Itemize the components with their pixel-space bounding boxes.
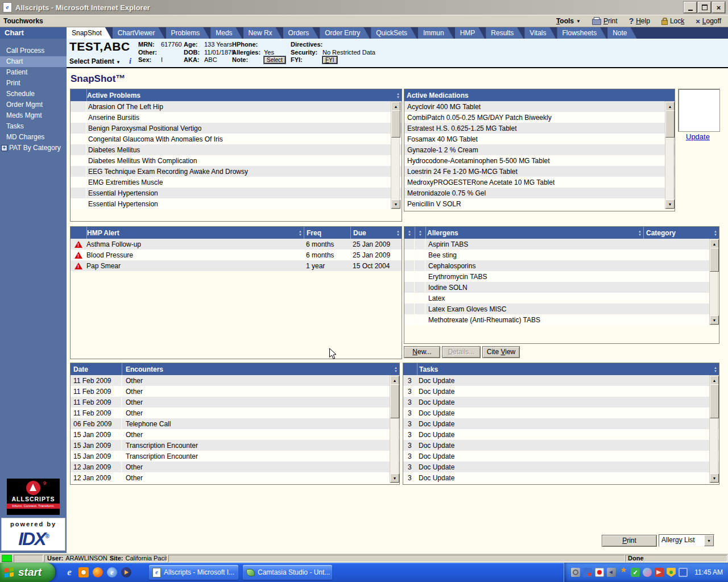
problem-row[interactable]: Anserine Bursitis <box>71 112 402 123</box>
allergen-row[interactable]: Latex <box>404 293 719 304</box>
task-row[interactable]: 3 Doc Update <box>403 462 719 472</box>
sidebar-item[interactable]: Order Mgmt <box>0 99 67 110</box>
lock-menu[interactable]: Lock <box>661 17 684 25</box>
sort-column-2[interactable] <box>415 227 425 239</box>
encounter-row[interactable]: 06 Feb 2009 Telephone Call <box>71 418 399 429</box>
problem-row[interactable]: Diabetes Mellitus With Complication <box>71 155 402 166</box>
taskbar-window-allscripts[interactable]: Allscripts - Microsoft I... <box>149 565 238 580</box>
allergen-row[interactable]: Methotrexate (Anti-Rheumatic) TABS <box>404 314 719 325</box>
tab[interactable]: Meds <box>210 27 242 39</box>
medication-row[interactable]: CombiPatch 0.05-0.25 MG/DAY Patch Biweek… <box>404 112 675 123</box>
taskbar-window-camtasia[interactable]: Camtasia Studio - Unt... <box>243 565 332 580</box>
tray-shield-check-icon[interactable] <box>631 568 640 577</box>
tasks-title[interactable]: Tasks <box>417 363 719 375</box>
cite-view-button[interactable]: Cite View <box>482 346 520 358</box>
update-link[interactable]: Update <box>686 132 710 141</box>
sidebar-item[interactable]: Chart <box>0 56 67 67</box>
scroll-up-button[interactable] <box>665 102 675 111</box>
dropdown-arrow-icon[interactable] <box>704 535 714 546</box>
print-menu[interactable]: Print <box>592 17 618 25</box>
problem-row[interactable]: Essential Hypertension <box>71 188 402 198</box>
minimize-button[interactable] <box>684 2 697 13</box>
task-row[interactable]: 3 Doc Update <box>403 386 719 397</box>
allergen-row[interactable]: Latex Exam Gloves MISC <box>404 304 719 314</box>
encounters-title[interactable]: Encounters <box>122 363 399 375</box>
task-row[interactable]: 3 Doc Update <box>403 418 719 429</box>
freq-column-header[interactable]: Freq <box>304 227 350 239</box>
medication-row[interactable]: Fosamax 40 MG Tablet <box>404 134 675 144</box>
problem-row[interactable]: Benign Paroxysmal Positional Vertigo <box>71 123 402 134</box>
allergens-title[interactable]: Allergens <box>425 227 643 239</box>
tab[interactable]: New Rx <box>243 27 282 39</box>
encounter-row[interactable]: 12 Jan 2009 Other <box>71 462 399 472</box>
medication-row[interactable]: Metronidazole 0.75 % Gel <box>404 188 675 198</box>
sidebar-item[interactable]: MD Charges <box>0 132 67 143</box>
tray-app-box-icon[interactable] <box>679 568 688 577</box>
allergen-row[interactable]: Erythromycin TABS <box>404 271 719 282</box>
clock-app-icon[interactable] <box>78 567 89 577</box>
problem-row[interactable]: EMG Extremities Muscle <box>71 177 402 188</box>
scroll-up-button[interactable] <box>710 239 719 248</box>
allergen-row[interactable]: Aspirin TABS <box>404 239 719 250</box>
tools-menu[interactable]: Tools ▼ <box>556 17 581 25</box>
sidebar-item[interactable]: Call Process <box>0 45 67 56</box>
media-player-icon[interactable] <box>121 567 131 577</box>
encounter-row[interactable]: 11 Feb 2009 Other <box>71 375 399 386</box>
encounter-row[interactable]: 15 Jan 2009 Transcription Encounter <box>71 440 399 451</box>
tray-shield-yellow-icon[interactable] <box>667 568 676 577</box>
encounter-row[interactable]: 11 Feb 2009 Other <box>71 397 399 408</box>
scrollbar[interactable] <box>390 375 399 483</box>
sort-icon[interactable] <box>299 230 302 236</box>
problem-row[interactable]: EEG Technique Exam Recording Awake And D… <box>71 166 402 177</box>
hmp-alert-row[interactable]: Blood Pressure 6 months 25 Jan 2009 <box>71 250 402 260</box>
sidebar-item[interactable]: Schedule <box>0 89 67 99</box>
category-column-header[interactable]: Category <box>643 227 719 239</box>
start-button[interactable]: start <box>0 563 55 582</box>
medication-row[interactable]: Gynazole-1 2 % Cream <box>404 144 675 155</box>
task-row[interactable]: 3 Doc Update <box>403 408 719 418</box>
task-row[interactable]: 3 Doc Update <box>403 375 719 386</box>
scroll-thumb[interactable] <box>710 248 719 272</box>
hmp-alert-title[interactable]: HMP Alert <box>86 227 304 239</box>
medication-row[interactable]: MedroxyPROGESTERone Acetate 10 MG Tablet <box>404 177 675 188</box>
tray-horn-icon[interactable] <box>655 568 664 577</box>
tab[interactable]: Note <box>607 27 636 39</box>
scroll-down-button[interactable] <box>710 315 719 325</box>
allergen-row[interactable]: Iodine SOLN <box>404 282 719 293</box>
task-row[interactable]: 3 Doc Update <box>403 440 719 451</box>
scrollbar[interactable] <box>709 239 718 325</box>
active-medications-title[interactable]: Active Medications <box>404 89 675 101</box>
scrollbar[interactable] <box>665 101 674 209</box>
encounter-row[interactable]: 15 Jan 2009 Transcription Encounter <box>71 451 399 462</box>
tray-speaker-icon[interactable] <box>607 568 616 577</box>
report-select[interactable]: Allergy List <box>659 534 714 547</box>
tab[interactable]: ChartViewer <box>113 27 165 39</box>
date-column-header[interactable]: Date <box>71 363 122 375</box>
ie-quicklaunch-icon[interactable] <box>64 567 75 577</box>
sort-icon[interactable] <box>638 230 642 236</box>
sort-column-1[interactable] <box>404 227 415 239</box>
new-allergen-button[interactable]: New... <box>404 346 440 358</box>
note-select-button[interactable]: Select <box>264 56 286 64</box>
sort-icon[interactable] <box>714 230 717 236</box>
print-report-button[interactable]: Print <box>602 535 657 547</box>
firefox-icon[interactable] <box>93 567 103 577</box>
task-row[interactable]: 3 Doc Update <box>403 451 719 462</box>
tab[interactable]: Order Entry <box>320 27 370 39</box>
allergen-row[interactable]: Bee sting <box>404 250 719 260</box>
scroll-up-button[interactable] <box>710 376 719 385</box>
medication-row[interactable]: Hydrocodone-Acetaminophen 5-500 MG Table… <box>404 155 675 166</box>
tab[interactable]: SnapShot <box>67 27 111 39</box>
sort-icon[interactable] <box>396 230 400 236</box>
sort-icon[interactable] <box>396 92 400 99</box>
medication-row[interactable]: Penicillin V SOLR <box>404 198 675 209</box>
scroll-down-button[interactable] <box>391 199 400 209</box>
allergen-row[interactable]: Cephalosporins <box>404 260 719 271</box>
problem-row[interactable]: Abrasion Of The Left Hip <box>71 101 402 112</box>
tab[interactable]: Flowsheets <box>557 27 606 39</box>
sidebar-item[interactable]: Print <box>0 78 67 89</box>
sort-icon[interactable] <box>394 366 398 373</box>
sort-icon[interactable] <box>419 230 422 236</box>
task-row[interactable]: 3 Doc Update <box>403 429 719 440</box>
sidebar-item[interactable]: Meds Mgmt <box>0 110 67 121</box>
